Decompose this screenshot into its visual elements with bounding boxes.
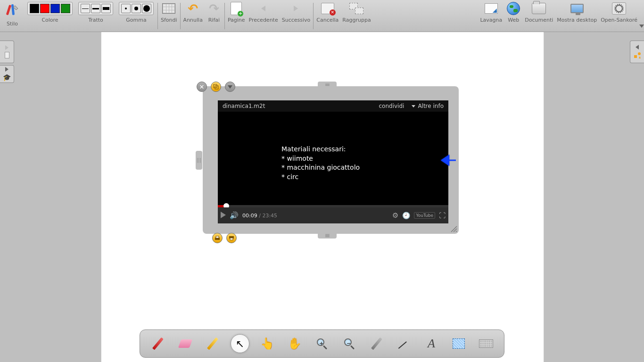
eraser-group: Gomma [116,0,157,32]
backgrounds-button[interactable]: Sfondi [159,0,179,24]
stroke-swatches [78,2,113,15]
widget-duplicate-button[interactable] [211,82,221,92]
chevron-left-icon [636,45,639,49]
monitor-icon [570,4,584,13]
marker-icon [207,337,218,350]
redo-button[interactable]: ↷ Rifai [205,0,223,24]
resize-corner-icon[interactable] [450,225,458,233]
stroke-thick[interactable] [101,4,111,13]
divider [224,3,225,29]
text-tool[interactable]: A [422,334,441,353]
stylus-palette: ↖ 👆 ✋ + − A [140,329,504,358]
color-blue[interactable] [50,4,60,13]
open-sankore-button[interactable]: Open-Sankoré [599,0,639,24]
documents-button[interactable]: Documenti [523,0,555,24]
right-margin [544,32,644,362]
stroke-medium[interactable] [91,4,100,13]
video-share-link[interactable]: condividi [379,103,404,109]
pen-tool[interactable] [149,334,167,353]
left-margin [0,32,101,362]
eraser-large[interactable] [142,4,151,13]
stylus-button[interactable] [3,2,22,19]
color-green[interactable] [61,4,70,13]
video-text-heading: Materiali necessari: [281,145,448,154]
widget-menu-button[interactable] [225,82,235,92]
grip-icon: ||| [197,159,201,161]
open-sankore-dropdown[interactable] [639,0,644,32]
duplicate-icon [213,84,219,90]
show-desktop-button[interactable]: Mostra desktop [555,0,599,24]
virtual-keyboard-tool[interactable] [477,334,495,353]
line-icon [398,337,410,350]
video-controls: 🔊 00:09 / 23:45 ⚙ 🕘 YouTube ⛶ [218,207,448,223]
capture-tool[interactable] [449,334,468,353]
undo-button[interactable]: ↶ Annulla [182,0,205,24]
marker-tool[interactable] [203,334,222,353]
widget-frame[interactable]: dinamica1.m2t condividi Altre info Mater… [203,86,459,234]
widget-close-button[interactable]: ✕ [197,82,207,92]
open-sankore-label: Open-Sankoré [601,17,637,23]
svg-point-3 [638,52,641,55]
stroke-thin[interactable] [81,4,90,13]
undo-icon: ↶ [188,1,198,16]
board-button[interactable]: Lavagna [478,0,504,24]
page-icon: + [231,2,242,15]
color-label: Colore [41,17,58,23]
layer-up-icon [229,235,234,241]
keyboard-icon [479,339,493,348]
left-panel-handle-2[interactable]: 🎓 [0,65,14,83]
eraser-small[interactable] [121,4,131,13]
settings-button[interactable]: ⚙ [392,211,398,220]
video-more-info-link[interactable]: Altre info [412,103,444,109]
next-button[interactable]: Successivo [280,0,313,24]
stylus-icon [5,3,20,18]
layer-up-button[interactable] [226,233,237,243]
eraser-tool[interactable] [176,334,195,353]
backgrounds-label: Sfondi [161,17,177,23]
color-black[interactable] [30,4,39,13]
arrow-right-icon [294,6,298,11]
video-text-line: * wiimote [281,154,448,164]
right-panel-handle[interactable] [630,41,644,63]
hand-tool[interactable]: ✋ [285,334,304,353]
left-panel-handle-1[interactable] [0,41,14,63]
next-label: Successivo [282,17,311,23]
volume-button[interactable]: 🔊 [230,211,239,220]
selector-tool[interactable]: ↖ [231,334,249,353]
video-text-line: * macchinina giocattolo [281,163,448,173]
youtube-logo[interactable]: YouTube [414,212,435,219]
interact-tool[interactable]: 👆 [258,334,277,353]
fullscreen-button[interactable]: ⛶ [439,212,446,219]
video-player: dinamica1.m2t condividi Altre info Mater… [218,100,448,223]
web-button[interactable]: Web [504,0,523,24]
blue-pointer-stem [448,159,456,161]
zoom-out-icon: − [343,337,355,350]
previous-button[interactable]: Precedente [247,0,280,24]
shapes-icon [634,51,641,59]
pages-button[interactable]: + Pagine [226,0,247,24]
zoom-in-icon: + [316,337,328,350]
globe-icon [507,2,520,15]
arrow-left-icon [261,6,265,11]
finger-icon: 👆 [260,337,274,350]
video-title: dinamica1.m2t [223,103,265,109]
zoom-in-tool[interactable]: + [313,334,331,353]
show-desktop-label: Mostra desktop [557,17,597,23]
video-header: dinamica1.m2t condividi Altre info [218,100,448,112]
zoom-out-tool[interactable]: − [340,334,359,353]
video-content: Materiali necessari: * wiimote * macchin… [218,112,448,207]
erase-button[interactable]: Cancella [314,0,340,24]
group-button[interactable]: Raggruppa [340,0,372,24]
line-tool[interactable] [395,334,413,353]
eraser-medium[interactable] [132,4,141,13]
play-button[interactable] [221,212,226,220]
laser-tool[interactable] [367,334,386,353]
watch-later-button[interactable]: 🕘 [402,212,410,219]
resize-left-handle[interactable]: ||| [196,151,202,170]
chevron-down-icon [412,105,415,107]
color-red[interactable] [40,4,50,13]
layer-down-button[interactable] [212,233,223,243]
video-widget: ≡ ≡ ||| ||| dinamica1.m2t condividi Altr… [196,82,459,239]
video-more-info-label: Altre info [418,103,444,109]
hand-icon: ✋ [288,337,302,350]
